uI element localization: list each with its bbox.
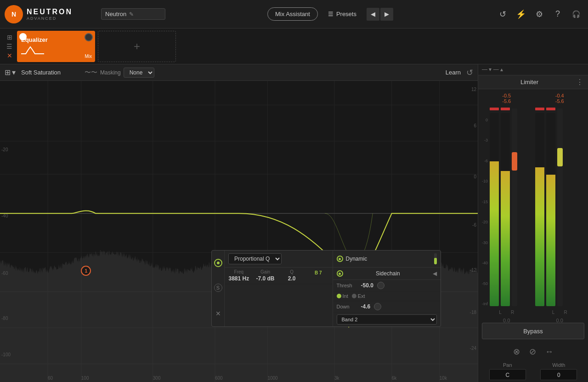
- right-l-meter: [535, 113, 544, 306]
- meters-area: -0.5 -5.6 0 -3 -6 -10 -15 -20 -30 -40: [478, 89, 588, 319]
- add-module-button[interactable]: +: [98, 31, 176, 62]
- left-l-label: L: [499, 310, 502, 315]
- left-l-clip: [490, 108, 499, 110]
- right-r-label: R: [564, 310, 567, 315]
- link-icon-button[interactable]: ⊗: [513, 347, 520, 357]
- right-r-fill: [546, 175, 555, 306]
- freq-label-popup: Freq: [234, 269, 244, 274]
- right-thumb[interactable]: [557, 148, 563, 166]
- lightning-button[interactable]: ⚡: [514, 7, 528, 22]
- thresh-link-button[interactable]: [377, 282, 384, 289]
- settings-button[interactable]: ⚙: [532, 7, 547, 22]
- down-label: Down: [337, 304, 357, 309]
- eq-mix-knob[interactable]: [85, 33, 93, 41]
- ext-option[interactable]: Ext: [352, 293, 365, 299]
- int-label: Int: [343, 293, 348, 299]
- right-l-label: L: [552, 310, 555, 315]
- eq-mode-select[interactable]: Proportional Q Analog Digital: [228, 253, 282, 264]
- freq-label-100: 100: [81, 376, 89, 381]
- q-param: Q 2.0: [281, 269, 302, 282]
- logo-advanced: ADVANCED: [27, 16, 73, 21]
- right-slider-track: [557, 108, 563, 306]
- db-label-r0: 0: [474, 174, 476, 179]
- bands-chevron-icon: ▾: [12, 68, 16, 77]
- masking-icon: 〜〜: [85, 68, 97, 77]
- sidechain-arrow-button[interactable]: ◀: [433, 270, 437, 277]
- down-link-button[interactable]: [374, 303, 381, 310]
- scale-ninf: -Inf: [482, 302, 488, 306]
- band-select[interactable]: Band 2 Band 1 Band 3 Band 4: [337, 314, 437, 325]
- list-icon-button[interactable]: ☰: [6, 43, 12, 50]
- width-icon-button[interactable]: ↔: [545, 347, 554, 357]
- bypass-button[interactable]: Bypass: [482, 323, 584, 339]
- freq-param: Freq 3881 Hz: [228, 269, 249, 282]
- logo-icon: N: [5, 5, 23, 23]
- module-icons: ⊞ ☰ ✕: [5, 32, 14, 61]
- ext-label: Ext: [358, 293, 365, 299]
- presets-icon: ☰: [328, 11, 334, 17]
- solo-icon[interactable]: S: [214, 284, 222, 292]
- left-l-meter: [490, 113, 499, 306]
- masking-label: Masking: [100, 69, 121, 76]
- eq-canvas[interactable]: [0, 81, 478, 382]
- collapse-button[interactable]: — ▾ — ▴: [482, 66, 503, 73]
- down-value[interactable]: -4.6: [361, 303, 371, 310]
- pan-width-area: Pan C Width 0: [478, 360, 588, 382]
- pan-group: Pan C: [489, 362, 526, 380]
- headphones-button[interactable]: 🎧: [569, 7, 583, 22]
- bottom-icons: ⊗ ⊘ ↔: [478, 343, 588, 360]
- nav-prev-button[interactable]: ◀: [367, 8, 379, 21]
- band-node-1[interactable]: 1: [81, 266, 91, 276]
- db-label-neg100: -100: [1, 352, 11, 357]
- eq-popup-icons: S ✕: [212, 251, 225, 326]
- limiter-menu-button[interactable]: ⋮: [576, 78, 583, 86]
- nav-next-button[interactable]: ▶: [380, 8, 393, 21]
- learn-button[interactable]: Learn: [446, 69, 461, 76]
- scale-0: 0: [482, 118, 488, 122]
- reset-button[interactable]: ↺: [466, 68, 473, 78]
- db-label-rn6: -6: [472, 222, 476, 228]
- pencil-icon[interactable]: ✎: [129, 11, 134, 17]
- mix-assistant-button[interactable]: Mix Assistant: [267, 7, 318, 21]
- dynamic-button[interactable]: Dynamic: [346, 256, 432, 262]
- db-label-r12: 12: [471, 87, 476, 92]
- left-thumb[interactable]: [512, 152, 517, 171]
- right-panel: — ▾ — ▴ Limiter ⋮ -0.5 -5.6 0: [478, 64, 588, 382]
- eq-power-button[interactable]: [19, 33, 27, 40]
- right-l-clip: [535, 108, 544, 110]
- eq-graph: -20 -40 -60 -80 -100 12 6 0 -6 -12 -18 -…: [0, 81, 478, 382]
- freq-value[interactable]: 3881 Hz: [228, 275, 249, 282]
- int-option[interactable]: Int: [337, 293, 348, 299]
- limiter-title: Limiter: [483, 79, 576, 86]
- history-button[interactable]: ↺: [495, 7, 510, 22]
- eq-toolbar: ⊞ ▾ Soft Saturation 〜〜 Masking None Lear…: [0, 64, 478, 81]
- pan-label: Pan: [503, 362, 512, 368]
- width-value[interactable]: 0: [540, 369, 577, 380]
- freq-label-6k: 6k: [392, 376, 397, 381]
- grid-icon-button[interactable]: ⊞: [6, 34, 12, 41]
- gain-value[interactable]: -7.0 dB: [256, 275, 274, 282]
- close-icon-button[interactable]: ✕: [6, 52, 12, 59]
- popup-layout: S ✕ Proportional Q Analog Digital: [212, 251, 441, 326]
- right-l-fill: [535, 167, 544, 306]
- right-bottom-val: 0.0: [535, 318, 585, 323]
- freq-label-1000: 1000: [267, 376, 277, 381]
- eq-panel: ⊞ ▾ Soft Saturation 〜〜 Masking None Lear…: [0, 64, 478, 382]
- help-button[interactable]: ?: [550, 7, 565, 22]
- db-label-rn24: -24: [470, 346, 476, 351]
- main-content: ⊞ ▾ Soft Saturation 〜〜 Masking None Lear…: [0, 64, 588, 382]
- eq-curve-icon: [21, 45, 44, 56]
- close-popup-icon[interactable]: ✕: [214, 309, 223, 318]
- pan-value[interactable]: C: [489, 369, 526, 380]
- phase-icon-button[interactable]: ⊘: [529, 347, 536, 357]
- thresh-value[interactable]: -50.0: [361, 282, 373, 289]
- masking-select[interactable]: None: [124, 68, 154, 78]
- presets-button[interactable]: ☰ Presets: [322, 8, 362, 20]
- eq-module[interactable]: Equalizer Mix: [17, 31, 95, 62]
- preset-area[interactable]: Neutron ✎: [101, 8, 165, 20]
- right-panel-top: — ▾ — ▴: [478, 64, 588, 75]
- q-value[interactable]: 2.0: [288, 275, 296, 282]
- bands-icon-button[interactable]: ⊞ ▾: [5, 68, 16, 77]
- eq-popup-power-button[interactable]: [214, 259, 222, 267]
- sidechain-button[interactable]: Sidechain: [346, 270, 430, 277]
